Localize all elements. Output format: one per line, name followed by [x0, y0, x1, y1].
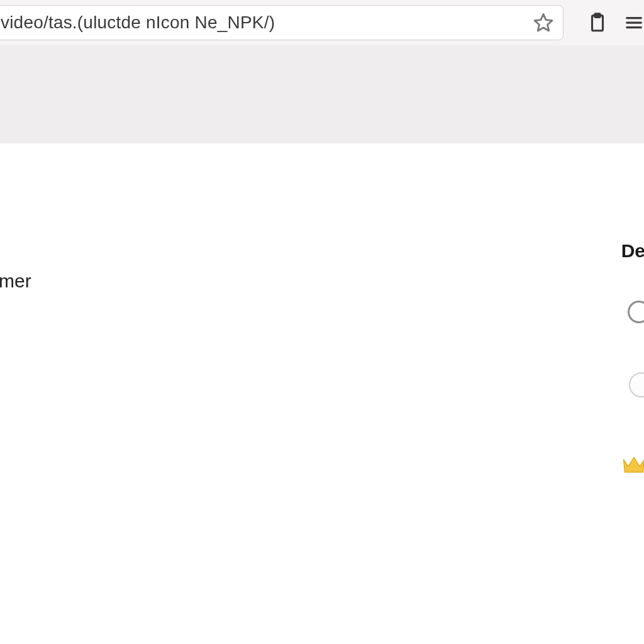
toolbar-grey-band: [0, 45, 644, 143]
address-bar[interactable]: video/tas.(uluctde nIcon Ne_NPK/): [0, 5, 564, 40]
browser-chrome-bar: video/tas.(uluctde nIcon Ne_NPK/): [0, 0, 644, 45]
pill-icon[interactable]: [629, 372, 644, 397]
url-text[interactable]: video/tas.(uluctde nIcon Ne_NPK/): [1, 13, 533, 33]
right-heading-fragment: De: [621, 240, 644, 262]
menu-icon[interactable]: [620, 9, 644, 36]
radio-empty-icon[interactable]: [628, 301, 644, 323]
clipboard-icon[interactable]: [584, 9, 611, 36]
left-cut-text: mer: [0, 270, 31, 292]
svg-marker-0: [535, 14, 552, 31]
crown-icon[interactable]: [620, 450, 644, 478]
page-content: mer De: [0, 143, 644, 644]
star-outline-icon[interactable]: [533, 12, 554, 33]
